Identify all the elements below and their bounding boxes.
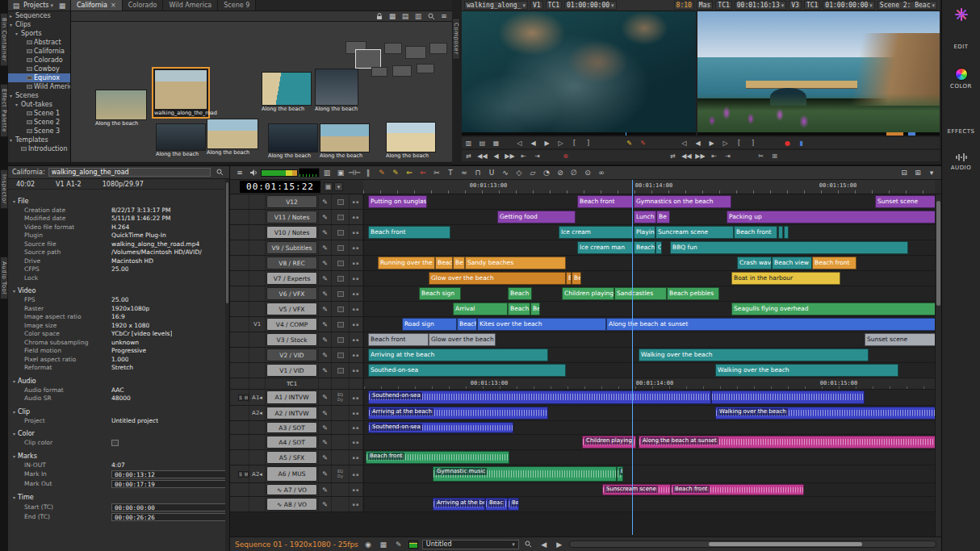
track-button-a5-sfx[interactable]: A5 / SFX bbox=[266, 451, 317, 464]
track-control-icon[interactable]: ▪▪ bbox=[353, 502, 360, 507]
monitor-header-tc1[interactable]: TC1 bbox=[804, 1, 820, 10]
timeline-clip-playing[interactable]: Playing bbox=[634, 226, 655, 239]
color-wheel-icon[interactable] bbox=[955, 68, 968, 81]
track-lane[interactable]: Beach front bbox=[363, 450, 935, 465]
bin-clip-along-the-beach[interactable]: Along the beach bbox=[268, 123, 318, 159]
track-lane[interactable]: Beach frontGlow over the beachSunset sce… bbox=[363, 332, 935, 347]
record-swap-button[interactable]: ⇄ bbox=[666, 151, 680, 161]
track-button-a8-vo[interactable]: ∿ A8 / VO bbox=[266, 498, 317, 511]
bin-clip-along-the-beach[interactable]: Along the beach bbox=[315, 69, 358, 112]
track-control-icon[interactable]: ▪▪ bbox=[353, 215, 360, 219]
pencil-icon[interactable]: ✎ bbox=[322, 367, 328, 374]
timeline-clip-road-sign[interactable]: Road sign bbox=[402, 318, 457, 331]
track-lane[interactable]: Gymnastic musicB bbox=[363, 465, 935, 482]
marker-yellow-button[interactable]: ✎ bbox=[622, 138, 636, 148]
track-control-icon[interactable]: ▪▪ bbox=[353, 487, 360, 492]
dyn-button[interactable]: Dy bbox=[337, 398, 343, 402]
track-lane[interactable]: Road signBeachKites over the beachAlong … bbox=[363, 317, 935, 332]
monitor-icon[interactable] bbox=[337, 276, 344, 282]
track-lane[interactable]: Arriving at the beachWalking over the be… bbox=[363, 348, 935, 362]
toggle-docked-button[interactable]: ▥ bbox=[462, 138, 475, 148]
tree-item-introduction[interactable]: Introduction bbox=[8, 144, 70, 153]
pencil-icon[interactable]: ✎ bbox=[322, 214, 328, 221]
monitor-header-tc1[interactable]: TC1 bbox=[715, 1, 731, 10]
snap-button[interactable]: U bbox=[485, 167, 498, 178]
search-icon[interactable] bbox=[425, 11, 437, 21]
timeline-clip-lunch[interactable]: Lunch bbox=[634, 211, 656, 223]
timeline-clip-sunset-scene[interactable]: Sunset scene bbox=[875, 195, 935, 208]
timeline-view-select[interactable]: Untitled ▾ bbox=[422, 540, 519, 549]
scroll-right-icon[interactable]: ▶ bbox=[554, 540, 565, 549]
timecode-view-icon[interactable]: ▦ bbox=[324, 182, 333, 191]
timeline-clip-crash-wave[interactable]: Crash wave bbox=[737, 257, 772, 269]
record-go-to-out-button[interactable]: ⇥ bbox=[721, 151, 735, 161]
track-lane[interactable]: Ice cream manBeachCBBQ fun bbox=[363, 240, 935, 255]
solo-button[interactable]: S bbox=[238, 394, 243, 401]
timeline-menu[interactable]: ≡ bbox=[233, 167, 246, 178]
monitor-icon[interactable] bbox=[337, 230, 344, 236]
pencil-icon[interactable]: ✎ bbox=[322, 410, 328, 417]
record-go-to-previous-edit-button[interactable]: ◁ bbox=[677, 138, 691, 148]
timeline-clip-seagulls-flying-overhead[interactable]: Seagulls flying overhead bbox=[731, 303, 935, 315]
track-lane[interactable]: Beach frontIce creamPlayingSuncream scen… bbox=[363, 225, 935, 240]
toggle-client-icon[interactable]: ◉ bbox=[362, 540, 374, 549]
inspector-value-box[interactable]: 00:00:13:12 bbox=[111, 470, 226, 478]
monitor-header-mas[interactable]: Mas bbox=[697, 1, 713, 10]
bin-tab-scene-9[interactable]: Scene 9 bbox=[218, 0, 256, 10]
monitor-icon[interactable] bbox=[337, 353, 344, 358]
timeline-clip-suncream-scene[interactable]: Suncream scene bbox=[655, 226, 734, 239]
timeline-clip-beac[interactable]: Beac bbox=[485, 498, 508, 511]
track-lane[interactable]: Running over the bBeachBeSandy beachesCr… bbox=[363, 256, 935, 270]
source-position-bar[interactable] bbox=[462, 132, 696, 136]
anchor-button[interactable]: ⊕ bbox=[559, 151, 572, 161]
empty-button[interactable]: ∅ bbox=[567, 167, 580, 178]
monitor-header-01-00-00-00[interactable]: 01:00:00:00▾ bbox=[564, 1, 617, 10]
record-step-backward-button[interactable]: ◀ bbox=[691, 138, 705, 148]
track-control-icon[interactable]: ▪▪ bbox=[353, 291, 360, 296]
timeline-clip-beach-front[interactable]: Beach front bbox=[671, 484, 804, 495]
timeline-clip-southend-on-sea[interactable]: Southend-on-sea bbox=[368, 422, 513, 433]
tree-item-colorado[interactable]: Colorado bbox=[8, 56, 70, 65]
mute-button[interactable]: M bbox=[244, 471, 249, 478]
track-lane[interactable]: Children playingAlong the beach at sunse… bbox=[363, 435, 935, 449]
bin-menu-icon[interactable]: ≡ bbox=[438, 11, 450, 21]
tree-item-wild-america[interactable]: Wild America bbox=[8, 82, 70, 91]
timeline-clip-packing-up[interactable]: Packing up bbox=[727, 211, 935, 223]
track-control-icon[interactable]: ▪▪ bbox=[353, 395, 360, 400]
track-control-icon[interactable]: ▪▪ bbox=[353, 411, 360, 415]
timeline-clip-southend-on-sea[interactable]: Southend-on-sea bbox=[368, 390, 711, 404]
rail-tab-inspector[interactable]: Inspector bbox=[0, 169, 8, 209]
dyn-button[interactable]: Dy bbox=[337, 474, 343, 478]
timeline-horizontal-scrollbar[interactable] bbox=[569, 541, 936, 548]
timeline-clip-b[interactable]: B bbox=[617, 466, 623, 482]
track-lane[interactable]: Southed-on-seaWalking over the beach bbox=[363, 363, 935, 378]
timeline-clip-glow-over-the-beach[interactable]: Glow over the beach bbox=[429, 272, 566, 285]
pencil-icon[interactable]: ✎ bbox=[322, 260, 328, 267]
monitor-header-scene-2-beac[interactable]: Scene 2: Beac▾ bbox=[877, 1, 937, 10]
tree-item-scene-3[interactable]: Scene 3 bbox=[8, 127, 70, 136]
timeline-clip-arriving-at-the-beach[interactable]: Arriving at the beach bbox=[368, 407, 548, 420]
bin-tab-wild-america[interactable]: Wild America bbox=[163, 0, 218, 10]
swap-source-record-button[interactable]: ⇄ bbox=[462, 151, 475, 161]
track-control-icon[interactable]: ▪▪ bbox=[353, 455, 360, 460]
tree-item-clips[interactable]: ▾Clips bbox=[8, 20, 70, 29]
rail-tab-bin-container[interactable]: Bin Container bbox=[0, 13, 8, 66]
monitor-icon[interactable] bbox=[337, 199, 344, 205]
record-mark-in-button[interactable]: [ bbox=[732, 138, 746, 148]
record-position-bar[interactable] bbox=[697, 132, 940, 136]
track-control-icon[interactable]: ▪▪ bbox=[353, 472, 360, 477]
timeline-clip-beach-pebbles[interactable]: Beach pebbles bbox=[667, 287, 719, 300]
track-button-v12[interactable]: V12 bbox=[266, 195, 317, 208]
text-tool-button[interactable]: T bbox=[444, 167, 457, 178]
track-button-v4-comp[interactable]: V4 / COMP bbox=[266, 318, 317, 331]
monitor-header-tc1[interactable]: TC1 bbox=[546, 1, 562, 10]
track-button-v9-subtitles[interactable]: V9 / Subtitles bbox=[266, 241, 317, 254]
track-control-icon[interactable]: ▪▪ bbox=[353, 353, 360, 357]
link-button[interactable]: ∞ bbox=[595, 167, 608, 178]
timeline-clip[interactable] bbox=[784, 226, 789, 239]
section-arrow-icon[interactable]: ▾ bbox=[13, 198, 15, 204]
record-mark-out-button[interactable]: ] bbox=[746, 138, 760, 148]
patch-button[interactable]: A1◂ bbox=[252, 394, 262, 401]
timeline-clip-be[interactable]: Be bbox=[453, 257, 465, 269]
tree-item-scenes[interactable]: ▾Scenes bbox=[8, 91, 70, 100]
